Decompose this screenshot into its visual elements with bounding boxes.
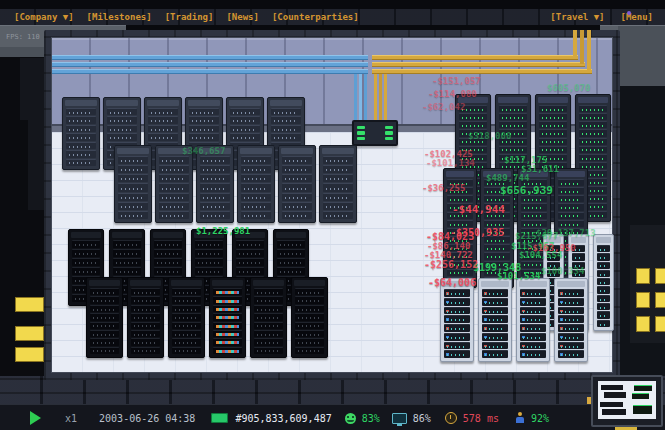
server-unit xyxy=(113,267,141,275)
server-unit xyxy=(539,121,567,128)
menu-counterparties[interactable]: [Counterparties] xyxy=(272,12,359,22)
server-rack-northwest-front[interactable] xyxy=(237,145,275,223)
menu-menu[interactable]: [Menu] xyxy=(620,12,653,22)
server-rack-southeast-front[interactable] xyxy=(440,278,474,362)
led-icon xyxy=(385,137,393,140)
server-rack-northwest-front[interactable] xyxy=(114,145,152,223)
server-rack-southeast-back[interactable] xyxy=(593,234,614,331)
server-unit xyxy=(597,245,610,252)
server-unit xyxy=(295,338,324,345)
menu-left-group: [Company ▼] [Milestones] [Trading] [News… xyxy=(0,12,359,22)
rack-top-cap xyxy=(171,280,202,286)
server-unit xyxy=(447,203,473,210)
game-speed[interactable]: x1 xyxy=(65,413,77,424)
server-unit xyxy=(484,195,510,202)
server-rack-southeast-front[interactable] xyxy=(554,278,588,362)
server-unit xyxy=(118,183,148,191)
rack-server-slots xyxy=(520,289,546,358)
rack-server-slots xyxy=(323,156,353,219)
server-unit xyxy=(539,105,567,112)
happiness-percent: 83% xyxy=(362,413,380,424)
rack-server-slots xyxy=(200,156,230,219)
rack-top-cap xyxy=(519,281,547,287)
server-unit xyxy=(539,146,567,153)
rack-top-cap xyxy=(538,97,568,103)
menu-news[interactable]: [News] xyxy=(226,12,259,22)
server-rack-northwest-front[interactable] xyxy=(319,145,357,223)
latency-value: 578 ms xyxy=(463,413,499,424)
server-unit xyxy=(154,240,182,248)
menu-milestones[interactable]: [Milestones] xyxy=(87,12,152,22)
server-unit xyxy=(558,324,584,332)
server-rack-southwest-front[interactable] xyxy=(168,277,205,358)
server-unit xyxy=(459,113,487,120)
server-unit xyxy=(131,305,160,312)
server-unit xyxy=(131,288,160,295)
rack-top-cap xyxy=(498,97,528,103)
server-unit xyxy=(254,347,283,354)
play-button[interactable] xyxy=(30,411,41,425)
server-unit xyxy=(447,252,473,259)
server-rack-northwest-front[interactable] xyxy=(196,145,234,223)
server-unit xyxy=(558,179,584,186)
server-unit xyxy=(447,228,473,235)
server-unit xyxy=(447,269,473,276)
server-unit xyxy=(118,174,148,182)
server-unit xyxy=(447,195,473,202)
rack-top-cap xyxy=(106,100,138,106)
server-unit xyxy=(572,270,585,277)
server-unit xyxy=(558,307,584,315)
server-rack-northwest-back[interactable] xyxy=(62,97,100,170)
server-rack-southwest-front[interactable] xyxy=(127,277,164,358)
rack-top-cap xyxy=(153,232,183,238)
server-unit xyxy=(539,138,567,145)
server-unit xyxy=(572,262,585,269)
led-icon xyxy=(385,126,393,129)
server-rack-northwest-front[interactable] xyxy=(278,145,316,223)
server-unit xyxy=(447,220,473,227)
minimap-panel[interactable] xyxy=(591,375,663,427)
rack-top-cap xyxy=(240,148,272,154)
server-unit xyxy=(520,307,546,315)
server-unit xyxy=(154,249,182,257)
server-unit xyxy=(444,333,470,341)
server-unit xyxy=(200,174,230,182)
server-unit xyxy=(131,338,160,345)
yellow-cable-drop-2 xyxy=(379,74,382,122)
server-unit xyxy=(213,330,242,337)
window-left-1 xyxy=(15,297,44,312)
server-rack-southeast-front[interactable] xyxy=(478,278,512,362)
server-unit xyxy=(572,245,585,252)
network-switch[interactable] xyxy=(352,120,398,146)
server-rack-southeast-front[interactable] xyxy=(516,278,550,362)
rack-server-slots xyxy=(118,156,148,219)
server-unit xyxy=(230,108,260,115)
server-rack-southwest-front[interactable] xyxy=(250,277,287,358)
server-unit xyxy=(547,253,560,260)
server-unit xyxy=(597,262,610,269)
server-unit xyxy=(254,296,283,303)
led-icon xyxy=(385,131,393,134)
rack-top-cap xyxy=(158,148,190,154)
server-unit xyxy=(444,315,470,323)
server-unit xyxy=(558,187,584,194)
server-rack-northwest-front[interactable] xyxy=(155,145,193,223)
server-unit xyxy=(482,350,508,358)
server-rack-northeast-front[interactable] xyxy=(480,168,514,288)
menu-travel[interactable]: [Travel ▼] xyxy=(550,12,604,22)
menu-company[interactable]: [Company ▼] xyxy=(14,12,74,22)
server-unit xyxy=(520,315,546,323)
rack-server-slots xyxy=(66,108,96,166)
server-unit xyxy=(482,289,508,297)
server-unit xyxy=(90,313,119,320)
server-rack-northeast-front[interactable] xyxy=(443,168,477,288)
game-datetime: 2003-06-26 04:38 xyxy=(99,413,195,424)
server-unit xyxy=(277,258,305,266)
server-rack-southwest-front[interactable] xyxy=(86,277,123,358)
server-unit xyxy=(484,236,510,243)
window-right-2 xyxy=(655,268,665,284)
menu-trading[interactable]: [Trading] xyxy=(165,12,214,22)
server-rack-southwest-front[interactable] xyxy=(209,277,246,358)
server-unit xyxy=(444,342,470,350)
server-rack-southwest-front[interactable] xyxy=(291,277,328,358)
